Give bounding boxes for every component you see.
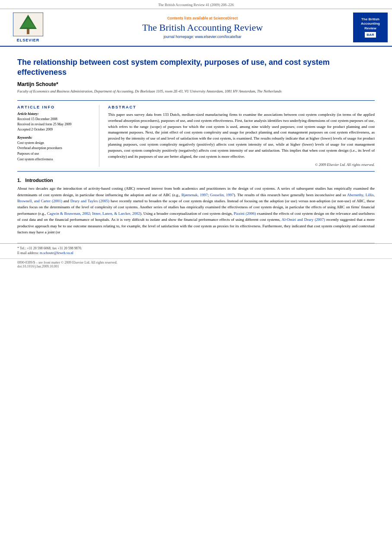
journal-homepage: journal homepage: www.elsevier.com/locat… [56, 35, 349, 39]
ref-alomiri[interactable]: Al-Omiri and Drury (2007) [282, 217, 325, 222]
journal-title: The British Accounting Review [56, 22, 349, 33]
article-title: The relationship between cost system com… [17, 57, 375, 78]
keyword-4: Cost system effectiveness [17, 157, 94, 162]
keywords-label: Keywords: [17, 136, 94, 140]
citation-text: The British Accounting Review 41 (2009) … [158, 3, 234, 7]
abstract-column: ABSTRACT This paper uses survey data fro… [108, 105, 375, 167]
article-info-label: ARTICLE INFO [17, 105, 94, 109]
history-item-3: Accepted 2 October 2009 [17, 127, 94, 132]
elsevier-wordmark: ELSEVIER [17, 38, 40, 42]
footnote-1: * Tel.: +31 20 598 6068; fax +31 20 598 … [17, 246, 375, 250]
logo-box-title: The BritishAccountingReview [361, 17, 380, 31]
history-item-2: Received in revised form 25 May 2009 [17, 122, 94, 127]
ref-cagwin[interactable]: Cagwin & Bouwman, 2002 [47, 211, 90, 216]
footer-issn: 0890-8389/$ – see front matter © 2009 El… [0, 258, 392, 270]
ref-gosselin[interactable]: Gosselin, 1997 [210, 193, 234, 197]
footnote-email: E-mail address: m.schoute@feweb.vu.nl [17, 251, 375, 255]
section-1-heading: 1. Introduction [17, 178, 375, 183]
journal-header: ELSEVIER Contents lists available at Sci… [0, 9, 392, 47]
keyword-2: Overhead absorption procedures [17, 146, 94, 151]
section-number: 1. [17, 178, 21, 183]
science-direct-link[interactable]: ScienceDirect [214, 16, 238, 20]
svg-rect-1 [27, 29, 29, 34]
ref-pizzini[interactable]: Pizzini (2006) [234, 211, 256, 216]
ref-ittner[interactable]: Ittner, Lanen, & Larcker, 2002 [92, 211, 140, 216]
history-label: Article history: [17, 112, 94, 116]
intro-paragraph-1: About two decades ago the introduction o… [17, 185, 375, 235]
keyword-1: Cost system design [17, 140, 94, 146]
history-received: Received 15 December 2008 Received in re… [17, 117, 94, 132]
email-link[interactable]: m.schoute@feweb.vu.nl [40, 251, 73, 255]
journal-logo-box: The BritishAccountingReview BAR [353, 13, 388, 42]
history-item-1: Received 15 December 2008 [17, 117, 94, 122]
homepage-url[interactable]: www.elsevier.com/locate/bar [195, 35, 241, 39]
affiliation: Faculty of Economics and Business Admini… [17, 89, 375, 94]
ref-bjornenak[interactable]: Bjørnenak, 1997 [182, 193, 208, 197]
copyright: © 2009 Elsevier Ltd. All rights reserved… [108, 162, 375, 167]
journal-center: Contents lists available at ScienceDirec… [56, 13, 349, 42]
ref-drury-tayles[interactable]: Drury and Tayles (2005) [70, 199, 109, 203]
footnotes: * Tel.: +31 20 598 6068; fax +31 20 598 … [0, 243, 392, 258]
science-direct-line: Contents lists available at ScienceDirec… [56, 16, 349, 20]
article-info-column: ARTICLE INFO Article history: Received 1… [17, 105, 99, 167]
elsevier-logo: ELSEVIER [4, 13, 52, 42]
abstract-label: ABSTRACT [108, 105, 375, 109]
elsevier-tree-icon [13, 13, 43, 36]
article-history: Article history: Received 15 December 20… [17, 112, 94, 132]
section-title: Introduction [25, 178, 53, 183]
abstract-text: This paper uses survey data from 133 Dut… [108, 112, 375, 160]
keyword-3: Purposes of use [17, 151, 94, 157]
author-name: Martijn Schoute* [17, 81, 375, 87]
contents-label: Contents lists available at [167, 16, 212, 20]
homepage-label: journal homepage: [163, 35, 194, 39]
page: The British Accounting Review 41 (2009) … [0, 0, 392, 535]
keywords-section: Keywords: Cost system design Overhead ab… [17, 136, 94, 162]
top-citation: The British Accounting Review 41 (2009) … [0, 0, 392, 9]
bar-abbreviation: BAR [365, 32, 376, 38]
email-label: E-mail address: [17, 251, 40, 255]
article-info-abstract: ARTICLE INFO Article history: Received 1… [17, 100, 375, 172]
article-content: The relationship between cost system com… [0, 47, 392, 243]
